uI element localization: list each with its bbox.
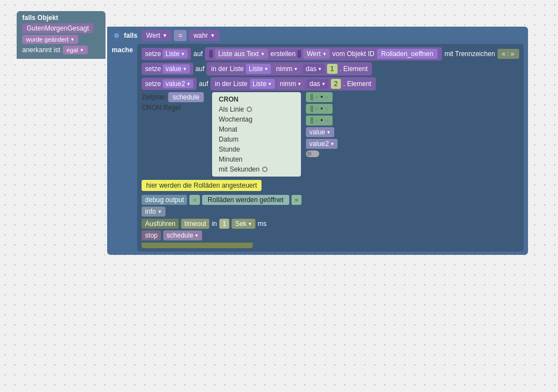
setze-value2-block[interactable]: setze value2▼ <box>142 78 197 90</box>
liste-var-block[interactable]: Liste▼ <box>163 49 188 58</box>
wochentag-string[interactable]: « • » <box>306 92 333 102</box>
debug-string-end: » <box>291 195 302 205</box>
value2-var-block[interactable]: value2▼ <box>163 79 193 88</box>
num-1: 1 <box>327 64 338 74</box>
falls-objekt-label: falls Objekt <box>22 14 100 22</box>
liste-block-2[interactable]: Liste▼ <box>250 79 275 89</box>
datum-string[interactable]: « • » <box>306 115 333 125</box>
timeout-block[interactable]: timeout <box>181 219 209 229</box>
nimm-block-1[interactable]: nimm▼ <box>273 64 300 74</box>
cron-regel-label: CRON Regel <box>142 104 180 112</box>
info-label: info <box>145 208 155 215</box>
nimm-block-2[interactable]: nimm▼ <box>277 79 304 89</box>
wert-block[interactable]: Wert <box>146 32 160 39</box>
monat-string[interactable]: « • » <box>306 104 333 114</box>
schedule-var-label: schedule <box>167 232 193 239</box>
ausfuhren-block: Ausführen <box>142 219 179 229</box>
sek-arrow: ▼ <box>248 222 252 227</box>
dropdown-arrow: ▼ <box>70 37 74 42</box>
num-2: 2 <box>331 79 341 89</box>
egal-block[interactable]: egal ▼ <box>63 46 88 54</box>
datum-item[interactable]: Datum <box>215 134 298 144</box>
das-block-2[interactable]: das▼ <box>306 79 328 89</box>
debug-message: Rolläden werden geöffnet <box>202 195 289 205</box>
auf3-label: auf <box>199 80 208 88</box>
vom-objekt-label: vom Objekt ID <box>332 50 374 58</box>
stunde-item[interactable]: Stunde <box>215 144 298 154</box>
liste-block-1[interactable]: Liste▼ <box>246 64 271 74</box>
falls-label: falls <box>124 32 137 39</box>
info-arrow: ▼ <box>158 209 162 214</box>
setze-liste-block[interactable]: setze Liste▼ <box>142 48 191 60</box>
wurde-geandert-block[interactable]: wurde geändert ▼ <box>22 35 78 44</box>
liste-aus-text-block[interactable]: Liste aus Text▼ <box>215 49 268 59</box>
operator-block[interactable]: = <box>174 30 187 41</box>
als-linie-item[interactable]: Als Linie <box>215 104 298 114</box>
num-block: 1 <box>219 219 230 229</box>
mit-sekunden-radio[interactable] <box>262 167 268 172</box>
in-der-liste-1: in der Liste Liste▼ nimm▼ das▼ 1 . Eleme… <box>207 62 372 76</box>
auf1-label: auf <box>193 50 203 58</box>
string-notch-2 <box>310 105 313 112</box>
comment-block: hier werden die Rolläden angesteuert <box>142 180 261 191</box>
string-notch-1 <box>310 94 313 100</box>
sek-block[interactable]: Sek ▼ <box>232 219 255 229</box>
monat-item[interactable]: Monat <box>215 124 298 134</box>
rolladen-id-block[interactable]: Rolladen_oeffnen <box>377 49 438 59</box>
main-block-container: falls Objekt GutenMorgenGesagt wurde geä… <box>17 11 528 255</box>
schedule-block[interactable]: schedule <box>168 92 204 102</box>
minuten-item[interactable]: Minuten <box>215 154 298 164</box>
erstellen-label: erstellen <box>270 50 295 58</box>
cron-item[interactable]: CRON <box>215 94 298 104</box>
in-label: in <box>212 220 217 228</box>
info-block[interactable]: info ▼ <box>142 207 165 217</box>
debug-string-notch: « <box>189 195 200 205</box>
ms-label: ms <box>258 220 267 228</box>
setze-value-block[interactable]: setze value▼ <box>142 63 193 75</box>
minuten-value2-block[interactable]: value2▼ <box>306 139 338 149</box>
schedule-var-block[interactable]: schedule ▼ <box>163 230 202 240</box>
mit-sekunden-toggle[interactable] <box>306 150 319 157</box>
notch2 <box>298 50 301 58</box>
quotes-block[interactable]: « : » <box>497 49 519 59</box>
bottom-bar <box>142 243 253 248</box>
value-var-block[interactable]: value▼ <box>163 64 190 73</box>
value-arrow: ▼ <box>210 33 215 38</box>
gear-icon: ⚙ <box>112 31 122 41</box>
mit-sekunden-item[interactable]: mit Sekunden <box>215 164 298 174</box>
zeitplan-label: Zeitplan <box>142 93 165 101</box>
auf2-label: auf <box>195 65 205 73</box>
wert-arrow: ▼ <box>162 33 167 38</box>
als-linie-radio[interactable] <box>247 107 252 112</box>
notch1 <box>209 50 213 58</box>
schedule-var-arrow: ▼ <box>194 233 199 238</box>
debug-output-block: debug output <box>142 195 187 205</box>
stop-block: stop <box>142 230 161 240</box>
mache-label: mache <box>112 44 134 54</box>
value-block[interactable]: wahr <box>193 32 208 39</box>
egal-arrow: ▼ <box>80 48 84 53</box>
wochentag-item[interactable]: Wochentag <box>215 114 298 124</box>
wert-vom-block[interactable]: Wert▼ <box>303 49 330 59</box>
obj-name-block[interactable]: GutenMorgenGesagt <box>22 23 93 33</box>
das-block-1[interactable]: das▼ <box>303 64 325 74</box>
stunde-value-block[interactable]: value▼ <box>306 127 334 137</box>
mit-trennzeichen-label: mit Trennzeichen <box>444 50 495 58</box>
string-notch-3 <box>310 117 313 124</box>
anerkannt-label: anerkannt ist <box>22 46 61 54</box>
in-der-liste-2: in der Liste Liste▼ nimm▼ das▼ 2 . Eleme… <box>210 77 376 91</box>
